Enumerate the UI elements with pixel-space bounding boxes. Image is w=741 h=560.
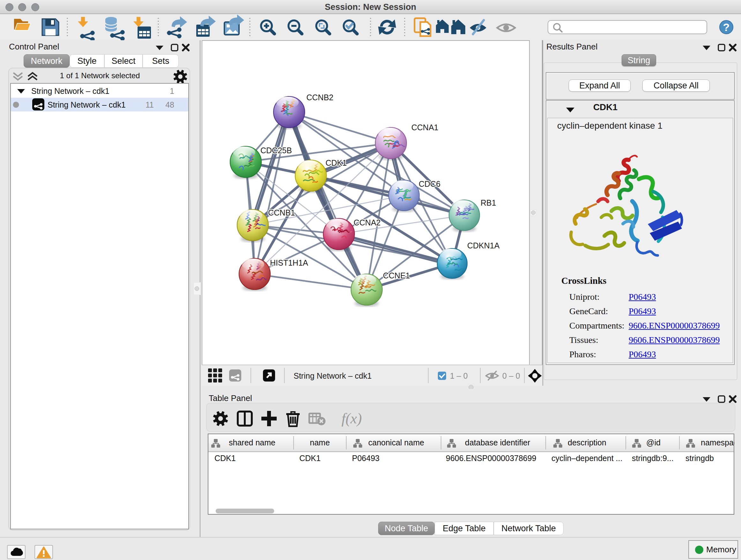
svg-text:1 – 0: 1 – 0	[450, 371, 468, 380]
svg-text:0 – 0: 0 – 0	[502, 371, 520, 380]
svg-text:database identifier: database identifier	[465, 438, 530, 447]
svg-text:description: description	[568, 438, 606, 447]
svg-text:CCNA1: CCNA1	[411, 123, 439, 132]
svg-text:CDK1: CDK1	[326, 159, 347, 167]
svg-text:CCNB1: CCNB1	[268, 208, 295, 217]
svg-text:CDKN1A: CDKN1A	[467, 241, 500, 250]
svg-text:RB1: RB1	[481, 198, 496, 207]
svg-text:CDC6: CDC6	[419, 179, 441, 188]
svg-text:CCNA2: CCNA2	[354, 218, 381, 227]
svg-text:@id: @id	[646, 438, 661, 447]
svg-text:?: ?	[723, 21, 730, 33]
svg-text:CDK1: CDK1	[299, 454, 321, 462]
svg-text:CCNE1: CCNE1	[383, 271, 410, 280]
svg-text:name: name	[310, 438, 330, 447]
svg-text:cyclin–dependent ...: cyclin–dependent ...	[551, 454, 622, 462]
svg-text:f(x): f(x)	[341, 410, 362, 427]
svg-text:canonical name: canonical name	[368, 438, 424, 447]
svg-text:namespac: namespac	[701, 438, 734, 447]
svg-text:9606.ENSP00000378699: 9606.ENSP00000378699	[446, 454, 536, 462]
svg-text:HIST1H1A: HIST1H1A	[270, 258, 308, 267]
svg-text:stringdb: stringdb	[685, 454, 714, 462]
svg-text:String Network – cdk1: String Network – cdk1	[293, 371, 372, 380]
svg-text:CDK1: CDK1	[214, 454, 236, 462]
svg-text:CDC25B: CDC25B	[260, 146, 292, 155]
svg-text:CCNB2: CCNB2	[307, 93, 333, 102]
svg-text:stringdb:9...: stringdb:9...	[632, 454, 674, 462]
svg-text:P06493: P06493	[352, 454, 380, 462]
svg-text:shared name: shared name	[229, 438, 275, 447]
